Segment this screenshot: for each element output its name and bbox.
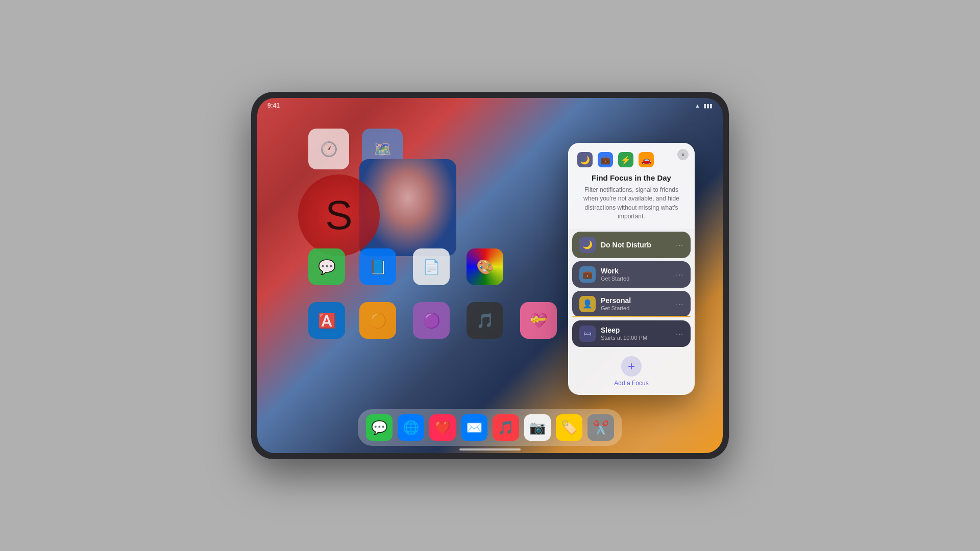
status-time: 9:41 — [267, 102, 280, 109]
fitness-focus-icon: ⚡ — [618, 152, 633, 167]
do-not-disturb-item[interactable]: 🌙 Do Not Disturb ··· — [572, 232, 691, 258]
popup-description: Filter notifications, signal to friends … — [577, 186, 685, 221]
sleep-focus-more[interactable]: ··· — [676, 330, 683, 338]
do-not-disturb-name: Do Not Disturb — [601, 241, 676, 249]
status-bar: 9:41 ▲ ▮▮▮ — [267, 102, 713, 109]
pink-app-icon: 💝 — [520, 302, 557, 339]
home-indicator — [459, 448, 521, 450]
purple-app-icon: 🟣 — [413, 302, 450, 339]
dock-music[interactable]: 🎵 — [493, 414, 519, 441]
personal-focus-icon-item: 👤 — [579, 296, 596, 312]
work-focus-name: Work — [601, 267, 676, 275]
add-focus-circle: + — [621, 356, 642, 377]
add-focus-plus-icon: + — [628, 359, 635, 373]
orange-app-icon: 🟠 — [359, 302, 396, 339]
white-app-icon: 📄 — [413, 248, 450, 285]
outer-background: 🕐 🗺️ S 💬 📘 📄 🎨 🅰️ 🟠 — [0, 0, 980, 551]
popup-header: 🌙 💼 ⚡ 🚗 Find Focus in the Day Filter not… — [568, 143, 695, 229]
personal-focus-subtitle: Get Started — [601, 305, 676, 311]
add-focus-button[interactable]: + Add a Focus — [568, 350, 695, 395]
work-focus-more[interactable]: ··· — [676, 270, 683, 279]
dock-health[interactable]: ❤️ — [429, 414, 456, 441]
appstore-icon: 🅰️ — [308, 302, 345, 339]
messages-app-icon: 💬 — [308, 248, 345, 285]
sleep-focus-subtitle: Starts at 10:00 PM — [601, 335, 676, 341]
personal-focus-item[interactable]: 👤 Personal Get Started ··· — [572, 291, 691, 317]
sleep-focus-text: Sleep Starts at 10:00 PM — [601, 326, 676, 341]
dock-notes[interactable]: 🏷️ — [556, 414, 582, 441]
close-button[interactable]: × — [677, 149, 689, 160]
ipad-device: 🕐 🗺️ S 💬 📘 📄 🎨 🅰️ 🟠 — [251, 92, 729, 459]
ipad-screen: 🕐 🗺️ S 💬 📘 📄 🎨 🅰️ 🟠 — [257, 98, 723, 453]
sleep-focus-item[interactable]: 🛏 Sleep Starts at 10:00 PM ··· — [572, 320, 691, 347]
add-focus-label: Add a Focus — [614, 380, 648, 387]
status-right: ▲ ▮▮▮ — [695, 103, 713, 109]
dock-messages[interactable]: 💬 — [366, 414, 393, 441]
dock-safari[interactable]: 🌐 — [398, 414, 424, 441]
personal-highlight-bar — [572, 316, 691, 317]
personal-focus-text: Personal Get Started — [601, 296, 676, 311]
do-not-disturb-more[interactable]: ··· — [676, 241, 683, 249]
moon-focus-icon: 🌙 — [577, 152, 593, 167]
colorful-app-icon: 🎨 — [467, 248, 503, 285]
sleep-focus-icon-item: 🛏 — [579, 325, 596, 342]
dock-mail[interactable]: ✉️ — [461, 414, 487, 441]
work-focus-icon: 💼 — [598, 152, 613, 167]
dock-photos[interactable]: 📷 — [524, 414, 551, 441]
focus-popup: × 🌙 💼 ⚡ 🚗 Find Focus in the Day Filter n… — [568, 143, 695, 395]
do-not-disturb-icon: 🌙 — [579, 237, 596, 253]
dark-app-icon: 🎵 — [467, 302, 503, 339]
do-not-disturb-text: Do Not Disturb — [601, 241, 676, 249]
driving-focus-icon: 🚗 — [639, 152, 654, 167]
blue-app-icon: 📘 — [359, 248, 396, 285]
sleep-focus-name: Sleep — [601, 326, 676, 334]
clock-app-icon: 🕐 — [308, 129, 349, 169]
work-focus-icon-item: 💼 — [579, 266, 596, 283]
personal-focus-name: Personal — [601, 296, 676, 305]
red-s-shape: S — [298, 174, 380, 256]
personal-focus-more[interactable]: ··· — [676, 300, 683, 308]
battery-icon: ▮▮▮ — [703, 103, 713, 109]
popup-title: Find Focus in the Day — [577, 173, 685, 182]
dock: 💬 🌐 ❤️ ✉️ 🎵 📷 🏷️ ✂️ — [358, 409, 622, 446]
wifi-icon: ▲ — [695, 103, 700, 109]
work-focus-text: Work Get Started — [601, 267, 676, 282]
work-focus-subtitle: Get Started — [601, 276, 676, 282]
focus-icons-row: 🌙 💼 ⚡ 🚗 — [577, 152, 685, 167]
work-focus-item[interactable]: 💼 Work Get Started ··· — [572, 261, 691, 288]
dock-tools[interactable]: ✂️ — [587, 414, 614, 441]
